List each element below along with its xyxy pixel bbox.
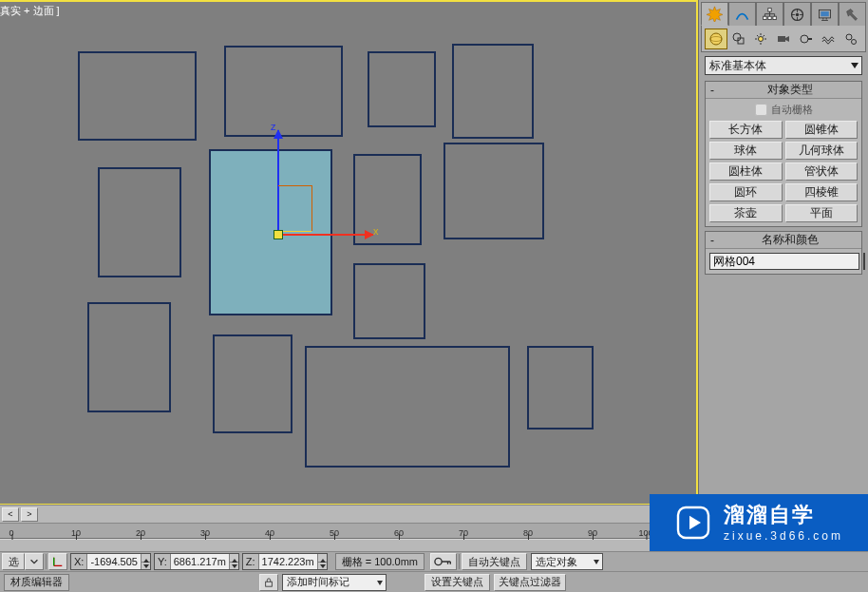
transform-y-spinner[interactable]: Y: 6861.217m bbox=[154, 553, 239, 570]
key-filter-dropdown[interactable]: 选定对象 bbox=[531, 553, 603, 570]
scroll-left-button[interactable]: < bbox=[2, 507, 19, 522]
mat-editor-label: 材质编辑器 bbox=[10, 575, 63, 589]
svg-rect-0 bbox=[768, 8, 771, 10]
command-panel: 标准基本体 - 对象类型 自动栅格 长方体 圆锥体 球体 几何球体 圆柱体 管状… bbox=[698, 0, 868, 505]
autogrid-row: 自动栅格 bbox=[709, 103, 858, 117]
x-value: -1694.505 bbox=[87, 556, 141, 567]
subtab-cameras[interactable] bbox=[772, 29, 795, 49]
scene-object[interactable] bbox=[87, 302, 171, 412]
create-subcategory-tabs bbox=[701, 26, 866, 52]
tab-motion[interactable] bbox=[783, 2, 811, 26]
primitive-cone-button[interactable]: 圆锥体 bbox=[785, 121, 859, 139]
y-value: 6861.217m bbox=[171, 556, 229, 567]
subtab-spacewarps[interactable] bbox=[818, 29, 840, 49]
primitive-torus-button[interactable]: 圆环 bbox=[709, 183, 783, 201]
rollout-header-name-color[interactable]: - 名称和颜色 bbox=[706, 232, 861, 249]
time-tag-dropdown[interactable]: 添加时间标记 bbox=[282, 574, 387, 591]
svg-point-17 bbox=[435, 558, 442, 564]
scene-object[interactable] bbox=[353, 154, 422, 245]
absolute-transform-button[interactable] bbox=[48, 553, 67, 570]
time-tick: 90 bbox=[588, 528, 597, 538]
time-tick: 80 bbox=[523, 528, 533, 538]
selection-lock-button[interactable]: 选 bbox=[2, 553, 25, 570]
y-label: Y: bbox=[155, 554, 171, 569]
track-bar[interactable] bbox=[0, 539, 698, 552]
primitive-plane-button[interactable]: 平面 bbox=[785, 204, 859, 222]
time-ruler[interactable]: 0 10 20 30 40 50 60 70 80 90 100 bbox=[0, 524, 698, 539]
starburst-icon bbox=[707, 6, 723, 22]
scroll-right-button[interactable]: > bbox=[21, 507, 38, 522]
svg-point-5 bbox=[796, 12, 799, 15]
light-icon bbox=[753, 31, 768, 47]
tab-modify[interactable] bbox=[728, 2, 756, 26]
key-mode-button[interactable] bbox=[430, 553, 457, 570]
rollout-toggle-icon: - bbox=[706, 84, 719, 97]
scene-object[interactable] bbox=[452, 44, 534, 139]
tab-display[interactable] bbox=[811, 2, 839, 26]
status-bar-2: 材质编辑器 添加时间标记 设置关键点 关键点过滤器 bbox=[0, 571, 868, 592]
command-panel-tabs bbox=[699, 0, 868, 26]
watermark-title: 溜溜自学 bbox=[724, 503, 843, 527]
autogrid-checkbox[interactable] bbox=[755, 104, 767, 116]
arc-icon bbox=[734, 7, 750, 23]
spinner-up-icon[interactable] bbox=[230, 554, 238, 563]
primitive-teapot-button[interactable]: 茶壶 bbox=[709, 204, 783, 222]
transform-z-spinner[interactable]: Z: 1742.223m bbox=[242, 553, 328, 570]
scene-object[interactable] bbox=[98, 167, 181, 277]
transform-x-spinner[interactable]: X: -1694.505 bbox=[70, 553, 151, 570]
tape-icon bbox=[799, 31, 814, 47]
sel-set-dropdown-icon[interactable] bbox=[25, 553, 44, 570]
tab-create[interactable] bbox=[701, 2, 728, 26]
time-slider[interactable]: 0 10 20 30 40 50 60 70 80 90 100 bbox=[0, 523, 698, 551]
rollout-toggle-icon: - bbox=[706, 234, 719, 247]
viewport-front[interactable]: 真实 + 边面 ] z x bbox=[0, 0, 698, 505]
spinner-down-icon[interactable] bbox=[142, 563, 150, 570]
primitive-tube-button[interactable]: 管状体 bbox=[785, 162, 859, 181]
scene-object[interactable] bbox=[78, 51, 197, 141]
spinner-down-icon[interactable] bbox=[318, 563, 327, 570]
primitive-box-button[interactable]: 长方体 bbox=[709, 121, 783, 139]
subtab-geometry[interactable] bbox=[705, 29, 727, 49]
shapes-icon bbox=[731, 31, 746, 47]
subtab-helpers[interactable] bbox=[795, 29, 818, 49]
scene-object[interactable] bbox=[527, 346, 594, 430]
primitive-cylinder-button[interactable]: 圆柱体 bbox=[709, 162, 783, 181]
set-key-button[interactable]: 设置关键点 bbox=[425, 574, 490, 591]
object-name-input[interactable] bbox=[709, 253, 859, 270]
selection-lock-label: 选 bbox=[9, 555, 19, 569]
svg-point-10 bbox=[733, 33, 741, 41]
subtab-shapes[interactable] bbox=[727, 29, 750, 49]
category-dropdown[interactable]: 标准基本体 bbox=[705, 56, 862, 75]
svg-rect-2 bbox=[768, 16, 771, 19]
spinner-down-icon[interactable] bbox=[230, 563, 238, 570]
rollout-header-object-type[interactable]: - 对象类型 bbox=[706, 82, 861, 99]
scene-object[interactable] bbox=[213, 334, 292, 433]
time-tick: 20 bbox=[136, 528, 145, 538]
key-filters-button[interactable]: 关键点过滤器 bbox=[494, 574, 566, 591]
tab-hierarchy[interactable] bbox=[756, 2, 783, 26]
subtab-lights[interactable] bbox=[749, 29, 772, 49]
scene-object-selected[interactable] bbox=[209, 149, 332, 315]
auto-key-button[interactable]: 自动关键点 bbox=[462, 553, 527, 570]
scene-object[interactable] bbox=[353, 263, 425, 339]
scene-object[interactable] bbox=[224, 46, 343, 137]
tab-utilities[interactable] bbox=[839, 2, 866, 26]
svg-rect-18 bbox=[266, 582, 273, 586]
primitive-pyramid-button[interactable]: 四棱锥 bbox=[785, 183, 859, 201]
time-tag-lock-button[interactable] bbox=[259, 574, 278, 591]
watermark-url: zixue.3d66.com bbox=[724, 529, 843, 543]
time-tick: 30 bbox=[200, 528, 210, 538]
spinner-up-icon[interactable] bbox=[318, 554, 327, 563]
object-color-swatch[interactable] bbox=[863, 253, 865, 270]
scene-object[interactable] bbox=[368, 51, 436, 127]
z-value: 1742.223m bbox=[259, 556, 317, 567]
scene-object[interactable] bbox=[305, 346, 510, 468]
spinner-up-icon[interactable] bbox=[142, 554, 150, 563]
primitive-sphere-button[interactable]: 球体 bbox=[709, 142, 783, 160]
z-label: Z: bbox=[243, 554, 259, 569]
primitive-geosphere-button[interactable]: 几何球体 bbox=[785, 142, 859, 160]
autogrid-label: 自动栅格 bbox=[771, 103, 813, 117]
wave-icon bbox=[821, 31, 836, 47]
scene-object[interactable] bbox=[443, 143, 544, 239]
subtab-systems[interactable] bbox=[840, 29, 862, 49]
